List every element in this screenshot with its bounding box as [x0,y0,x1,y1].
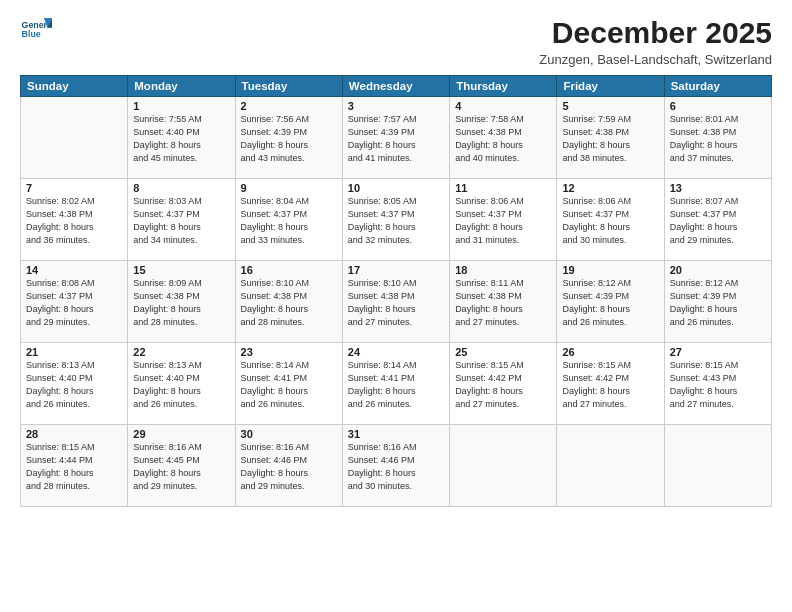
day-number: 4 [455,100,551,112]
day-number: 10 [348,182,444,194]
calendar-cell: 11Sunrise: 8:06 AM Sunset: 4:37 PM Dayli… [450,179,557,261]
day-number: 11 [455,182,551,194]
calendar-cell: 8Sunrise: 8:03 AM Sunset: 4:37 PM Daylig… [128,179,235,261]
day-number: 9 [241,182,337,194]
day-info: Sunrise: 8:06 AM Sunset: 4:37 PM Dayligh… [455,195,551,247]
calendar-cell [450,425,557,507]
day-number: 17 [348,264,444,276]
day-number: 1 [133,100,229,112]
day-number: 18 [455,264,551,276]
calendar-cell: 5Sunrise: 7:59 AM Sunset: 4:38 PM Daylig… [557,97,664,179]
day-number: 15 [133,264,229,276]
day-number: 14 [26,264,122,276]
day-number: 12 [562,182,658,194]
day-info: Sunrise: 7:55 AM Sunset: 4:40 PM Dayligh… [133,113,229,165]
weekday-header-tuesday: Tuesday [235,76,342,97]
calendar-cell: 9Sunrise: 8:04 AM Sunset: 4:37 PM Daylig… [235,179,342,261]
calendar-cell: 30Sunrise: 8:16 AM Sunset: 4:46 PM Dayli… [235,425,342,507]
day-number: 16 [241,264,337,276]
day-number: 5 [562,100,658,112]
calendar-cell: 31Sunrise: 8:16 AM Sunset: 4:46 PM Dayli… [342,425,449,507]
calendar-cell: 17Sunrise: 8:10 AM Sunset: 4:38 PM Dayli… [342,261,449,343]
day-info: Sunrise: 8:14 AM Sunset: 4:41 PM Dayligh… [348,359,444,411]
svg-text:Blue: Blue [22,29,41,39]
week-row-1: 1Sunrise: 7:55 AM Sunset: 4:40 PM Daylig… [21,97,772,179]
day-number: 25 [455,346,551,358]
location: Zunzgen, Basel-Landschaft, Switzerland [539,52,772,67]
day-info: Sunrise: 8:04 AM Sunset: 4:37 PM Dayligh… [241,195,337,247]
day-info: Sunrise: 8:15 AM Sunset: 4:44 PM Dayligh… [26,441,122,493]
day-info: Sunrise: 8:13 AM Sunset: 4:40 PM Dayligh… [26,359,122,411]
day-number: 31 [348,428,444,440]
calendar-cell [664,425,771,507]
header: General Blue December 2025 Zunzgen, Base… [20,16,772,67]
page: General Blue December 2025 Zunzgen, Base… [0,0,792,612]
calendar-cell: 24Sunrise: 8:14 AM Sunset: 4:41 PM Dayli… [342,343,449,425]
weekday-header-row: SundayMondayTuesdayWednesdayThursdayFrid… [21,76,772,97]
day-info: Sunrise: 8:06 AM Sunset: 4:37 PM Dayligh… [562,195,658,247]
day-info: Sunrise: 8:16 AM Sunset: 4:45 PM Dayligh… [133,441,229,493]
month-title: December 2025 [539,16,772,50]
day-info: Sunrise: 8:13 AM Sunset: 4:40 PM Dayligh… [133,359,229,411]
day-number: 3 [348,100,444,112]
calendar-cell: 10Sunrise: 8:05 AM Sunset: 4:37 PM Dayli… [342,179,449,261]
calendar-cell: 15Sunrise: 8:09 AM Sunset: 4:38 PM Dayli… [128,261,235,343]
calendar-cell: 29Sunrise: 8:16 AM Sunset: 4:45 PM Dayli… [128,425,235,507]
day-info: Sunrise: 8:16 AM Sunset: 4:46 PM Dayligh… [348,441,444,493]
calendar-cell [557,425,664,507]
weekday-header-sunday: Sunday [21,76,128,97]
week-row-2: 7Sunrise: 8:02 AM Sunset: 4:38 PM Daylig… [21,179,772,261]
weekday-header-saturday: Saturday [664,76,771,97]
day-number: 28 [26,428,122,440]
day-info: Sunrise: 8:08 AM Sunset: 4:37 PM Dayligh… [26,277,122,329]
day-info: Sunrise: 7:56 AM Sunset: 4:39 PM Dayligh… [241,113,337,165]
calendar-cell: 16Sunrise: 8:10 AM Sunset: 4:38 PM Dayli… [235,261,342,343]
day-info: Sunrise: 8:02 AM Sunset: 4:38 PM Dayligh… [26,195,122,247]
day-number: 20 [670,264,766,276]
weekday-header-thursday: Thursday [450,76,557,97]
day-number: 19 [562,264,658,276]
day-number: 13 [670,182,766,194]
calendar-cell: 26Sunrise: 8:15 AM Sunset: 4:42 PM Dayli… [557,343,664,425]
calendar-cell [21,97,128,179]
logo-icon: General Blue [20,16,52,44]
day-info: Sunrise: 8:10 AM Sunset: 4:38 PM Dayligh… [348,277,444,329]
calendar: SundayMondayTuesdayWednesdayThursdayFrid… [20,75,772,507]
calendar-cell: 12Sunrise: 8:06 AM Sunset: 4:37 PM Dayli… [557,179,664,261]
day-number: 26 [562,346,658,358]
day-number: 21 [26,346,122,358]
calendar-cell: 22Sunrise: 8:13 AM Sunset: 4:40 PM Dayli… [128,343,235,425]
calendar-cell: 25Sunrise: 8:15 AM Sunset: 4:42 PM Dayli… [450,343,557,425]
week-row-5: 28Sunrise: 8:15 AM Sunset: 4:44 PM Dayli… [21,425,772,507]
calendar-cell: 20Sunrise: 8:12 AM Sunset: 4:39 PM Dayli… [664,261,771,343]
calendar-cell: 28Sunrise: 8:15 AM Sunset: 4:44 PM Dayli… [21,425,128,507]
day-info: Sunrise: 8:10 AM Sunset: 4:38 PM Dayligh… [241,277,337,329]
day-info: Sunrise: 8:07 AM Sunset: 4:37 PM Dayligh… [670,195,766,247]
weekday-header-wednesday: Wednesday [342,76,449,97]
calendar-cell: 19Sunrise: 8:12 AM Sunset: 4:39 PM Dayli… [557,261,664,343]
day-info: Sunrise: 8:15 AM Sunset: 4:42 PM Dayligh… [562,359,658,411]
week-row-3: 14Sunrise: 8:08 AM Sunset: 4:37 PM Dayli… [21,261,772,343]
title-block: December 2025 Zunzgen, Basel-Landschaft,… [539,16,772,67]
calendar-cell: 1Sunrise: 7:55 AM Sunset: 4:40 PM Daylig… [128,97,235,179]
day-info: Sunrise: 8:05 AM Sunset: 4:37 PM Dayligh… [348,195,444,247]
day-info: Sunrise: 8:01 AM Sunset: 4:38 PM Dayligh… [670,113,766,165]
day-number: 22 [133,346,229,358]
day-info: Sunrise: 8:14 AM Sunset: 4:41 PM Dayligh… [241,359,337,411]
logo: General Blue [20,16,52,44]
day-info: Sunrise: 8:09 AM Sunset: 4:38 PM Dayligh… [133,277,229,329]
weekday-header-monday: Monday [128,76,235,97]
day-info: Sunrise: 8:11 AM Sunset: 4:38 PM Dayligh… [455,277,551,329]
calendar-cell: 13Sunrise: 8:07 AM Sunset: 4:37 PM Dayli… [664,179,771,261]
day-number: 24 [348,346,444,358]
weekday-header-friday: Friday [557,76,664,97]
day-info: Sunrise: 8:16 AM Sunset: 4:46 PM Dayligh… [241,441,337,493]
calendar-cell: 7Sunrise: 8:02 AM Sunset: 4:38 PM Daylig… [21,179,128,261]
day-info: Sunrise: 8:03 AM Sunset: 4:37 PM Dayligh… [133,195,229,247]
day-info: Sunrise: 8:15 AM Sunset: 4:43 PM Dayligh… [670,359,766,411]
day-number: 27 [670,346,766,358]
calendar-cell: 14Sunrise: 8:08 AM Sunset: 4:37 PM Dayli… [21,261,128,343]
calendar-cell: 21Sunrise: 8:13 AM Sunset: 4:40 PM Dayli… [21,343,128,425]
day-info: Sunrise: 7:58 AM Sunset: 4:38 PM Dayligh… [455,113,551,165]
calendar-cell: 18Sunrise: 8:11 AM Sunset: 4:38 PM Dayli… [450,261,557,343]
